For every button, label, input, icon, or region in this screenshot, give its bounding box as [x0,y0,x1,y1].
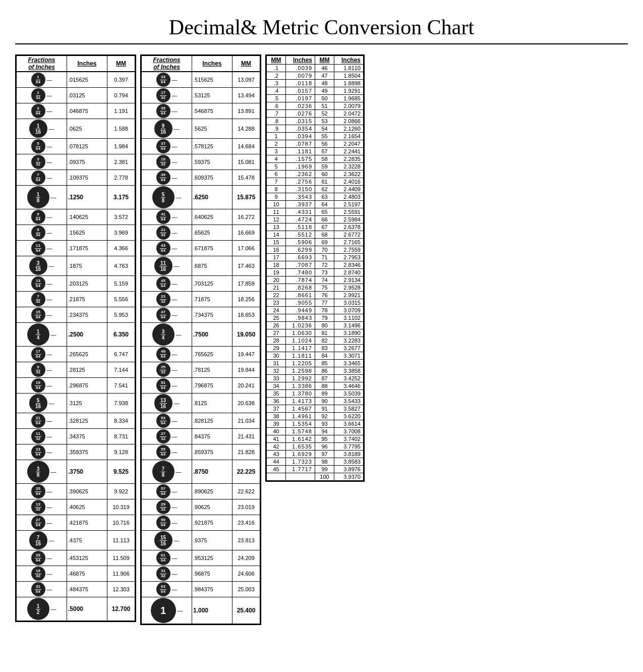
dash: — [172,245,178,251]
mm-data-row: 6.2362602.3622 [267,171,364,178]
fraction-row: 31 64 — .48437512.303 [17,582,135,597]
mm-data-row: 331.2992873.4252 [267,375,364,382]
inches-val-2: 2.6772 [334,231,364,239]
mm-value: 6.350 [107,323,135,347]
fraction-cell: 19 32 — [142,154,192,170]
fraction-circle: 13 64 [31,276,45,291]
inches-val-2: 2.2047 [334,140,364,148]
fraction-row: 3 32 — .093752.381 [17,154,135,170]
fraction-cell: 55 64 — [142,444,192,460]
mm-val-2: 96 [315,443,334,451]
fraction-row: 63 64 — .98437525.003 [142,582,260,597]
mm-val-1: 28 [267,337,286,345]
fraction-cell: 3 4 — [142,323,192,347]
inches-val-2: 2.7559 [334,246,364,254]
fraction-cell: 21 32 — [142,225,192,241]
inches-val-2: 3.7008 [334,428,364,435]
fraction-cell: 51 64 — [142,378,192,394]
mm-data-row: 281.1024823.2283 [267,337,364,345]
dash: — [176,331,182,338]
mm-data-row: 22.8661762.9921 [267,292,364,299]
mm-val-2: 82 [315,337,334,345]
inches-val-2: 2.1260 [334,125,364,133]
fraction-circle: 5 8 [152,186,174,208]
inches-val-1: .4331 [286,208,315,216]
inches-value: .65625 [192,225,232,241]
fraction-circle: 1 32 [31,88,45,102]
mm-value: 12.303 [107,582,135,597]
right-fraction-table: Fractionsof Inches InchesMM 33 64 — .515… [140,54,261,625]
inches-val-1: .8268 [286,284,315,292]
mm-val-1: .2 [267,72,286,80]
fraction-cell: 27 64 — [17,515,67,531]
dash: — [172,108,178,114]
fraction-cell: 53 64 — [142,413,192,429]
mm-value: 10.319 [107,499,135,515]
inches-val-2: 2.6378 [334,223,364,231]
mm-data-row: 4.1575582.2835 [267,155,364,163]
fraction-row: 19 64 — .2968757.541 [17,378,135,394]
fraction-row: 3 16 — .18754.763 [17,256,135,276]
mm-val-2: 71 [315,254,334,261]
inches-value: .71875 [192,292,232,307]
fraction-row: 5 32 — .156253.969 [17,225,135,241]
fraction-cell: 23 64 — [17,444,67,460]
mm-val-2: 53 [315,118,334,125]
dash: — [172,586,178,592]
mm-value: 16.272 [232,209,260,225]
mm-data-row: 20.7874742.9134 [267,276,364,284]
inches-val-2: 2.7953 [334,254,364,261]
fraction-cell: 47 64 — [142,307,192,323]
mm-data-row: 311.2205853.3465 [267,360,364,367]
mm-data-row: 16.6299702.7559 [267,246,364,254]
mm-val-2: 70 [315,246,334,254]
fraction-row: 29 32 — .9062523.019 [142,499,260,515]
dash: — [172,433,178,439]
fraction-circle: 9 16 [154,120,172,138]
fraction-cell: 13 16 — [142,394,192,413]
inches-val-1: 1.6929 [286,451,315,458]
fraction-row: 1 32 — .031250.794 [17,88,135,103]
dash: — [176,469,182,475]
dash: — [47,571,52,577]
fraction-row: 1 64 — .0156250.397 [17,72,135,88]
inches-val-1: .0315 [286,118,315,125]
dash: — [47,449,52,455]
col-header-inches: Inches [192,56,232,72]
fraction-row: 7 8 — .875022.225 [142,460,260,484]
dash: — [49,263,54,269]
mm-val-2: 46 [315,65,334,72]
fraction-circle: 27 32 [156,429,170,443]
main-content: Fractionsof Inches InchesMM 1 64 — .0156… [15,54,628,625]
mm-value: 25.003 [232,582,260,597]
inches-val-2: 3.1102 [334,314,364,322]
mm-value: 3.969 [107,225,135,241]
fraction-circle: 63 64 [156,582,170,596]
inches-value: .328125 [67,413,107,429]
fraction-row: 25 64 — .3906259.922 [17,484,135,499]
fraction-circle: 1 64 [31,73,45,87]
mm-data-row: 23.9055773.0315 [267,299,364,307]
mm-val-2: 62 [315,186,334,193]
mm-data-row: 391.5354933.6614 [267,420,364,428]
fraction-circle: 47 64 [156,308,170,322]
dash: — [174,126,180,132]
inches-val-2: 2.5197 [334,201,364,208]
fraction-circle: 3 32 [31,155,45,169]
inches-value: .6875 [192,256,232,276]
mm-value: 2.381 [107,154,135,170]
fraction-row: 21 32 — .6562516.669 [142,225,260,241]
mm-data-row: 9.3543632.4803 [267,193,364,201]
fraction-cell: 15 64 — [17,307,67,323]
inches-val-1: .0157 [286,87,315,95]
col-header-inches: Inches [67,56,107,72]
fraction-row: 5 16 — .31257.938 [17,394,135,413]
fraction-row: 15 64 — .2343755.953 [17,307,135,323]
fraction-cell: 13 32 — [17,499,67,515]
fraction-row: 13 16 — .812520.638 [142,394,260,413]
mm-val-2: 73 [315,269,334,276]
fraction-circle: 55 64 [156,445,170,459]
fraction-circle: 7 8 [152,461,174,483]
mm-val-2: 54 [315,125,334,133]
mm-val-1: 22 [267,292,286,299]
